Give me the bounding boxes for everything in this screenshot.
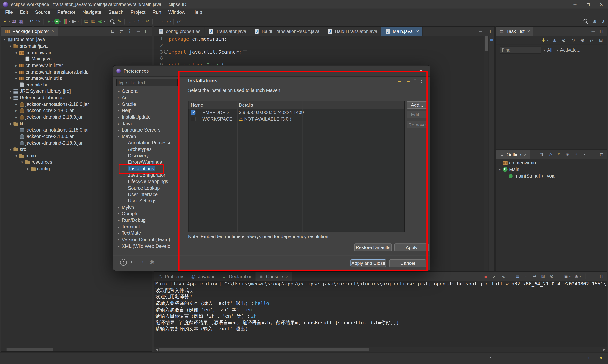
activate-task-button[interactable]: ◉	[579, 37, 586, 44]
pref-tree-item-lifecycle-mappings[interactable]: Lifecycle Mappings	[114, 178, 176, 185]
editor-hscrollbar[interactable]: ◀ ▶	[154, 347, 607, 352]
dropdown-caret-icon[interactable]: ▾	[161, 20, 163, 23]
hide-non-public-button[interactable]: ⊘	[565, 151, 570, 158]
scroll-left-icon[interactable]: ◀	[154, 348, 159, 352]
menu-window[interactable]: Window	[165, 9, 189, 17]
dropdown-caret-icon[interactable]: ▾	[9, 20, 10, 23]
add-button[interactable]: Add...	[407, 101, 427, 108]
pref-tree-item-xml-wild-web-develo[interactable]: ▸XML (Wild Web Develo	[114, 243, 176, 249]
menu-navigate[interactable]: Navigate	[79, 9, 105, 17]
pref-tree-item-install-update[interactable]: ▸Install/Update	[114, 114, 176, 120]
new-task-button[interactable]: ✚▾	[540, 37, 549, 44]
expander-icon[interactable]: ▸	[116, 244, 121, 248]
filter-all[interactable]: ▸All	[543, 47, 552, 53]
help-icon[interactable]: ?	[120, 259, 127, 266]
expander-icon[interactable]: ▸	[116, 102, 121, 106]
notifications-icon[interactable]: ●	[598, 354, 604, 361]
link-with-editor-button[interactable]: ⇄	[588, 37, 595, 44]
minimize-button[interactable]: ─	[590, 273, 596, 280]
hide-fields-button[interactable]: ◇	[548, 151, 554, 158]
scrollbar-thumb[interactable]	[485, 37, 488, 51]
pref-tree-item-version-control-team[interactable]: ▸Version Control (Team)	[114, 236, 176, 243]
editor-tab-main-java[interactable]: Main.java×	[381, 27, 423, 36]
display-console-button[interactable]: ▣▾	[563, 273, 571, 280]
categorized-button[interactable]: ⊞	[551, 37, 558, 44]
dropdown-caret-icon[interactable]: ▾	[142, 20, 143, 23]
restore-defaults-button[interactable]: Restore Defaults	[354, 244, 392, 251]
editor-vertical-scrollbar[interactable]	[484, 36, 488, 271]
word-wrap-button[interactable]: ↩	[531, 273, 538, 280]
minimize-button[interactable]: ─	[590, 28, 596, 35]
maximize-button[interactable]: ◻	[599, 273, 605, 280]
menu-source[interactable]: Source	[32, 9, 54, 17]
dropdown-caret-icon[interactable]: ▾	[133, 20, 135, 23]
undo-button[interactable]: ↶	[28, 18, 35, 25]
expander-icon[interactable]: ▸	[14, 64, 18, 67]
expander-icon[interactable]: ▸	[116, 89, 121, 93]
link-with-editor-button[interactable]: ⇄	[573, 151, 579, 158]
expander-icon[interactable]: ▸	[26, 167, 30, 171]
tab-outline[interactable]: ≡ Outline ×	[496, 150, 530, 159]
run-external-button[interactable]: ▶▾	[70, 18, 79, 25]
status-overflow-icon[interactable]: ⋮	[488, 355, 493, 360]
pref-tree-item-archetypes[interactable]: Archetypes	[114, 146, 176, 153]
installation-checkbox[interactable]	[191, 117, 195, 121]
expander-icon[interactable]: ▸	[116, 206, 121, 209]
expander-icon[interactable]: ▾	[2, 38, 7, 42]
close-tab-icon[interactable]: ×	[286, 273, 288, 279]
installation-checkbox[interactable]	[191, 110, 195, 115]
show-stdout-button[interactable]: ▤	[515, 273, 520, 280]
minimize-button[interactable]: ─	[135, 28, 141, 35]
close-tab-icon[interactable]: ×	[416, 28, 419, 34]
expander-icon[interactable]: ▸	[116, 128, 121, 132]
maximize-button[interactable]: ◻	[486, 28, 492, 35]
pref-tree-item-run-debug[interactable]: ▸Run/Debug	[114, 217, 176, 223]
dropdown-caret-icon[interactable]: ▾	[104, 20, 105, 23]
dropdown-caret-icon[interactable]: ▾	[60, 20, 61, 23]
redo-button[interactable]: ↷	[35, 18, 42, 25]
menu-file[interactable]: File	[1, 9, 16, 17]
expander-icon[interactable]: ▸	[14, 115, 18, 119]
pref-tree-item-language-servers[interactable]: ▸Language Servers	[114, 127, 176, 133]
collapse-all-button[interactable]: ⊟	[597, 37, 605, 44]
remove-all-terminated-button[interactable]: ×	[500, 273, 506, 280]
maximize-window-button[interactable]	[582, 0, 595, 9]
close-view-icon[interactable]: ×	[524, 152, 527, 157]
pref-tree-item-user-settings[interactable]: User Settings	[114, 198, 176, 204]
maven-installation-row[interactable]: EMBEDDED3.9.9/3.9.9.900.20240824-1409	[189, 109, 404, 116]
minimize-button[interactable]: ─	[478, 28, 484, 35]
tree-item-translator-java[interactable]: ▾translator_java	[1, 37, 152, 43]
pref-tree-item-oomph[interactable]: ▸Oomph	[114, 211, 176, 217]
pref-tree-item-textmate[interactable]: ▸TextMate	[114, 230, 176, 236]
sort-button[interactable]: ⇅	[539, 151, 545, 158]
preferences-filter-input[interactable]	[116, 79, 178, 86]
link-with-editor-button[interactable]: ⇄	[118, 28, 124, 35]
pref-tree-item-mylyn[interactable]: ▸Mylyn	[114, 204, 176, 211]
new-wizard-button[interactable]: ✶▾	[1, 18, 10, 25]
console-tab-declaration[interactable]: ≡Declaration	[218, 272, 256, 281]
clear-console-button[interactable]: ⊠	[540, 273, 546, 280]
expander-icon[interactable]: ▸	[14, 70, 18, 74]
column-name[interactable]: Name	[189, 102, 203, 108]
mark-occurrences-button[interactable]: ✎	[116, 18, 123, 25]
close-view-icon[interactable]: ×	[52, 28, 54, 34]
pref-tree-item-errors-warnings[interactable]: Errors/Warnings	[114, 159, 176, 166]
pref-tree-item-java[interactable]: ▸Java	[114, 120, 176, 127]
import-preferences-icon[interactable]: ↦	[140, 259, 144, 265]
scroll-right-icon[interactable]: ▶	[602, 348, 607, 352]
tree-item-src-main-java[interactable]: ▾src/main/java	[1, 43, 152, 49]
search-button[interactable]	[109, 18, 116, 25]
pref-tree-item-source-lookup[interactable]: Source Lookup	[114, 185, 176, 191]
expander-icon[interactable]: ▾	[8, 96, 13, 100]
expander-icon[interactable]: ▸	[14, 77, 18, 80]
console-tab-problems[interactable]: ⚠Problems	[154, 272, 188, 281]
console-tab-console[interactable]: ▣Console×	[256, 272, 292, 281]
expander-icon[interactable]: ▾	[8, 122, 13, 125]
new-package-button[interactable]: ▦	[90, 18, 97, 25]
expander-icon[interactable]: ▾	[8, 147, 13, 151]
expander-icon[interactable]: ▸	[116, 218, 121, 222]
coverage-button[interactable]: ▌▾	[62, 18, 71, 25]
fold-indicator-icon[interactable]	[164, 49, 169, 55]
outline-item-main[interactable]: ▾Main	[496, 166, 607, 173]
expander-icon[interactable]: ▸	[116, 115, 121, 119]
